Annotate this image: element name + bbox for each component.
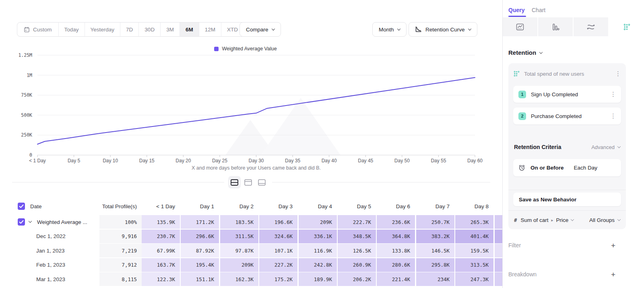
select-all-checkbox[interactable] bbox=[18, 203, 25, 210]
total-profiles-cell: 7,912 bbox=[99, 258, 142, 272]
retention-value-cell: 260.9K bbox=[338, 258, 376, 272]
retention-value-cell: 126.5K bbox=[338, 244, 376, 257]
retention-value-cell: 324.6K bbox=[259, 230, 297, 243]
y-axis-tick-label: 750K bbox=[21, 92, 32, 98]
x-axis-tick-label: Day 45 bbox=[358, 158, 373, 164]
advanced-label: Advanced bbox=[591, 144, 615, 150]
retention-icon bbox=[513, 70, 520, 77]
insights-icon bbox=[516, 23, 524, 31]
group-label: All Groups bbox=[589, 217, 615, 223]
funnels-icon bbox=[551, 23, 559, 31]
column-header-date: Date bbox=[30, 200, 95, 213]
retention-value-cell: 159.5K bbox=[455, 244, 493, 257]
flows-icon bbox=[586, 23, 595, 31]
kebab-menu-icon[interactable]: ⋮ bbox=[615, 71, 621, 77]
add-breakdown-button[interactable]: + bbox=[611, 271, 615, 278]
insights-report-tab[interactable] bbox=[503, 17, 538, 36]
retention-criteria-title: Retention Criteria bbox=[514, 144, 591, 150]
x-axis-tick-label: Day 30 bbox=[248, 158, 264, 164]
retention-value-cell: 234K bbox=[416, 272, 454, 286]
view-toggle-split-rows-view[interactable] bbox=[228, 176, 241, 189]
behavior-panel: Total spend of new users ⋮ 1 Sign Up Com… bbox=[508, 63, 626, 229]
report-type-icon-tabs bbox=[503, 17, 644, 36]
retention-value-cell: 280.6K bbox=[377, 258, 415, 272]
number-property-icon: # bbox=[514, 217, 517, 223]
x-axis-tick-label: Day 50 bbox=[394, 158, 410, 164]
group-dropdown[interactable]: All Groups bbox=[589, 217, 620, 223]
criteria-condition-card[interactable]: On or Before Each Day bbox=[513, 159, 621, 176]
kebab-menu-icon[interactable]: ⋮ bbox=[610, 91, 616, 97]
check-icon bbox=[18, 203, 25, 210]
retention-value-cell: 206.2K bbox=[338, 272, 376, 286]
retention-value-cell: 236.6K bbox=[377, 215, 415, 229]
row-date-label: Mar 1, 2023 bbox=[36, 276, 65, 282]
retention-value-cell: 135.9K bbox=[142, 215, 180, 229]
save-as-new-behavior-button[interactable]: Save as New Behavior bbox=[513, 193, 621, 206]
chart-caption: X and more days before your Users came b… bbox=[37, 165, 475, 171]
retention-value-cell: 163.7K bbox=[142, 258, 180, 272]
y-axis-tick-label: 1M bbox=[27, 73, 32, 78]
retention-value-cell: 401.4K bbox=[455, 230, 493, 243]
criteria-unit: Each Day bbox=[574, 165, 598, 171]
retention-value-cell: 296.6K bbox=[181, 230, 219, 243]
retention-value-cell: 227.2K bbox=[259, 258, 297, 272]
tab-query[interactable]: Query bbox=[508, 4, 524, 16]
kebab-menu-icon[interactable]: ⋮ bbox=[610, 113, 616, 119]
filter-label: Filter bbox=[508, 242, 611, 249]
view-toggle-footer-bottom-view[interactable] bbox=[256, 176, 268, 189]
retention-value-cell: 364.8K bbox=[377, 230, 415, 243]
column-header-day-2: Day 2 bbox=[220, 200, 258, 213]
retention-value-cell-partial bbox=[495, 272, 502, 286]
retention-section-heading[interactable]: Retention bbox=[508, 49, 542, 56]
step-card-2[interactable]: 2 Purchase Completed ⋮ bbox=[513, 108, 621, 124]
breakdown-section: Breakdown + bbox=[508, 270, 626, 279]
retention-value-cell: 146.5K bbox=[416, 244, 454, 257]
retention-value-cell: 242.8K bbox=[299, 258, 337, 272]
step-number-badge: 1 bbox=[518, 91, 526, 98]
step-card-1[interactable]: 1 Sign Up Completed ⋮ bbox=[513, 86, 621, 103]
row-date-label: Feb 1, 2023 bbox=[36, 262, 65, 268]
retention-value-cell: 209K bbox=[220, 258, 258, 272]
footer-bottom-view-icon bbox=[258, 179, 266, 186]
alarm-clock-icon bbox=[518, 164, 525, 171]
y-axis-tick-label: 500K bbox=[21, 112, 32, 118]
y-axis-tick-label: 250K bbox=[21, 132, 32, 138]
triangle-right-icon: ▸ bbox=[551, 218, 553, 222]
total-profiles-cell: 8,115 bbox=[99, 272, 142, 286]
header-top-view-icon bbox=[244, 179, 252, 186]
retention-value-cell-partial bbox=[495, 258, 502, 272]
tab-chart-label: Chart bbox=[532, 7, 545, 13]
expand-chevron-icon[interactable] bbox=[29, 220, 32, 223]
row-checkbox[interactable] bbox=[18, 218, 25, 226]
retention-criteria-row: Retention Criteria Advanced bbox=[514, 144, 620, 150]
x-axis-tick-label: Day 10 bbox=[103, 158, 118, 164]
column-header-total-profile-s-: Total Profile(s) bbox=[99, 200, 142, 213]
measurement-property-dropdown[interactable]: Sum of cart ▸ Price bbox=[521, 217, 586, 223]
row-date-cell: Jan 1, 2023 bbox=[36, 244, 97, 257]
tab-chart[interactable]: Chart bbox=[532, 4, 545, 16]
retention-value-cell: 162.3K bbox=[220, 272, 258, 286]
view-toggle-header-top-view[interactable] bbox=[242, 176, 254, 189]
retention-report-tab[interactable] bbox=[609, 17, 644, 36]
row-date-cell: Mar 1, 2023 bbox=[36, 272, 97, 286]
retention-value-cell: 247.3K bbox=[455, 272, 493, 286]
retention-value-cell: 313.5K bbox=[455, 258, 493, 272]
tab-query-label: Query bbox=[508, 7, 524, 13]
advanced-dropdown[interactable]: Advanced bbox=[591, 144, 620, 150]
retention-value-cell: 107.1K bbox=[259, 244, 297, 257]
retention-value-cell: 171.2K bbox=[181, 215, 219, 229]
behavior-title: Total spend of new users bbox=[524, 71, 611, 77]
x-axis-tick-label: Day 25 bbox=[212, 158, 227, 164]
column-header-day-8: Day 8 bbox=[455, 200, 493, 213]
total-profiles-cell: 9,916 bbox=[99, 230, 142, 243]
save-as-new-behavior-label: Save as New Behavior bbox=[519, 197, 576, 203]
retention-value-cell: 116.9K bbox=[299, 244, 337, 257]
flows-report-tab[interactable] bbox=[574, 17, 609, 36]
x-axis-tick-label: Day 5 bbox=[68, 158, 80, 164]
add-filter-button[interactable]: + bbox=[611, 242, 615, 249]
total-profiles-cell: 100% bbox=[99, 215, 142, 229]
column-header-day-6: Day 6 bbox=[377, 200, 415, 213]
retention-value-cell-partial bbox=[495, 230, 502, 243]
retention-section-title: Retention bbox=[508, 49, 536, 56]
funnels-report-tab[interactable] bbox=[538, 17, 574, 36]
